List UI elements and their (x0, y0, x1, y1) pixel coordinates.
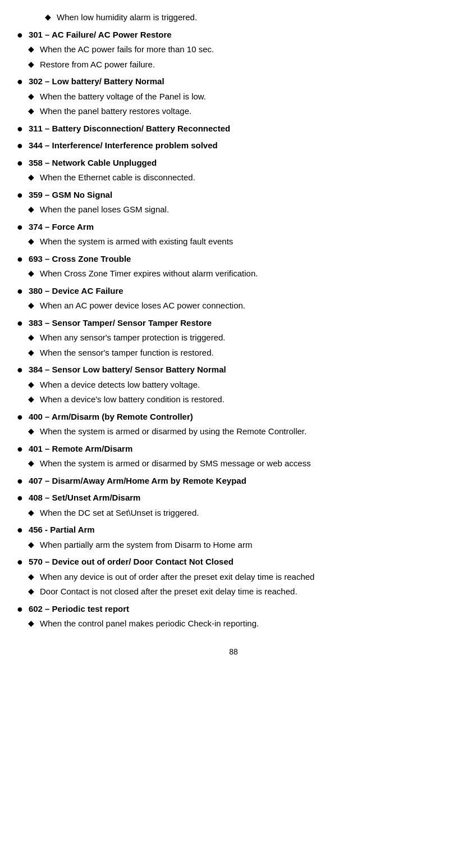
main-item-407: ●407 – Disarm/Away Arm/Home Arm by Remot… (17, 475, 450, 488)
diamond-bullet: ◆ (28, 237, 34, 246)
main-item-359: ●359 – GSM No Signal (17, 189, 450, 202)
sub-item: ◆When the Ethernet cable is disconnected… (17, 171, 450, 184)
main-item-label: 302 – Low battery/ Battery Normal (29, 75, 164, 88)
sub-item-text: When the sensor's tamper function is res… (40, 347, 214, 360)
sub-item: ◆When a device's low battery condition i… (17, 393, 450, 406)
main-item-401: ●401 – Remote Arm/Disarm (17, 443, 450, 456)
sub-item-text: When the DC set at Set\Unset is triggere… (40, 507, 199, 520)
sub-item-text: When the battery voltage of the Panel is… (40, 90, 206, 103)
sub-item-text: When a device's low battery condition is… (40, 393, 225, 406)
sub-item-text: Restore from AC power failure. (40, 58, 155, 71)
circle-bullet: ● (17, 524, 23, 536)
sub-item: ◆When a device detects low battery volta… (17, 379, 450, 392)
main-item-570: ●570 – Device out of order/ Door Contact… (17, 556, 450, 569)
sub-item-text: When any sensor's tamper protection is t… (40, 331, 226, 344)
circle-bullet: ● (17, 475, 23, 487)
main-item-408: ●408 – Set/Unset Arm/Disarm (17, 492, 450, 505)
sub-item-text: When the system is armed or disarmed by … (40, 425, 306, 438)
main-item-label: 570 – Device out of order/ Door Contact … (29, 556, 233, 569)
sub-item: ◆When any device is out of order after t… (17, 571, 450, 584)
diamond-bullet: ◆ (28, 106, 34, 115)
circle-bullet: ● (17, 29, 23, 41)
sub-item: ◆When any sensor's tamper protection is … (17, 331, 450, 344)
main-item-344: ●344 – Interference/ Interference proble… (17, 139, 450, 152)
diamond-bullet: ◆ (28, 204, 34, 213)
main-item-label: 380 – Device AC Failure (29, 285, 123, 298)
page-content: ◆ When low humidity alarm is triggered. … (17, 11, 450, 656)
sub-item: ◆When the DC set at Set\Unset is trigger… (17, 507, 450, 520)
main-item-label: 408 – Set/Unset Arm/Disarm (29, 492, 141, 505)
main-item-383: ●383 – Sensor Tamper/ Sensor Tamper Rest… (17, 317, 450, 330)
sub-item-text: When the system is armed or disarmed by … (40, 457, 311, 470)
sub-item-text: When partially arm the system from Disar… (40, 539, 252, 552)
circle-bullet: ● (17, 123, 23, 135)
intro-item: ◆ When low humidity alarm is triggered. (34, 11, 450, 24)
sub-item: ◆When the system is armed or disarmed by… (17, 457, 450, 470)
sub-item: ◆When the control panel makes periodic C… (17, 617, 450, 630)
main-item-384: ●384 – Sensor Low battery/ Sensor Batter… (17, 363, 450, 376)
diamond-bullet: ◆ (28, 44, 34, 53)
diamond-bullet: ◆ (45, 12, 51, 21)
sub-item-text: Door Contact is not closed after the pre… (40, 585, 297, 598)
circle-bullet: ● (17, 76, 23, 88)
diamond-bullet: ◆ (28, 572, 34, 581)
diamond-bullet: ◆ (28, 348, 34, 357)
diamond-bullet: ◆ (28, 269, 34, 278)
main-item-label: 383 – Sensor Tamper/ Sensor Tamper Resto… (29, 317, 212, 330)
diamond-bullet: ◆ (28, 587, 34, 596)
diamond-bullet: ◆ (28, 172, 34, 181)
diamond-bullet: ◆ (28, 394, 34, 403)
sub-item-text: When the panel loses GSM signal. (40, 203, 169, 216)
main-item-label: 358 – Network Cable Unplugged (29, 157, 157, 170)
sub-item: ◆Door Contact is not closed after the pr… (17, 585, 450, 598)
main-item-label: 602 – Periodic test report (29, 603, 129, 616)
sub-item-text: When the control panel makes periodic Ch… (40, 617, 259, 630)
circle-bullet: ● (17, 603, 23, 615)
main-item-label: 693 – Cross Zone Trouble (29, 253, 131, 266)
main-item-label: 359 – GSM No Signal (29, 189, 112, 202)
intro-text: When low humidity alarm is triggered. (57, 11, 197, 24)
main-item-label: 456 - Partial Arm (29, 524, 95, 537)
main-item-311: ●311 – Battery Disconnection/ Battery Re… (17, 122, 450, 135)
circle-bullet: ● (17, 285, 23, 297)
sub-item-text: When an AC power device loses AC power c… (40, 299, 245, 312)
circle-bullet: ● (17, 221, 23, 233)
sub-item: ◆When the sensor's tamper function is re… (17, 347, 450, 360)
circle-bullet: ● (17, 364, 23, 376)
diamond-bullet: ◆ (28, 458, 34, 467)
main-item-label: 384 – Sensor Low battery/ Sensor Battery… (29, 363, 226, 376)
circle-bullet: ● (17, 443, 23, 455)
circle-bullet: ● (17, 189, 23, 201)
circle-bullet: ● (17, 140, 23, 152)
page-number: 88 (17, 647, 450, 656)
circle-bullet: ● (17, 411, 23, 423)
sub-item: ◆Restore from AC power failure. (17, 58, 450, 71)
items-container: ●301 – AC Failure/ AC Power Restore◆When… (17, 29, 450, 630)
sub-item-text: When the AC power fails for more than 10… (40, 43, 214, 56)
diamond-bullet: ◆ (28, 333, 34, 342)
sub-item-text: When Cross Zone Timer expires without al… (40, 267, 258, 280)
sub-item: ◆When an AC power device loses AC power … (17, 299, 450, 312)
sub-item: ◆When the system is armed or disarmed by… (17, 425, 450, 438)
main-item-label: 401 – Remote Arm/Disarm (29, 443, 132, 456)
sub-item-text: When the Ethernet cable is disconnected. (40, 171, 195, 184)
sub-item: ◆When Cross Zone Timer expires without a… (17, 267, 450, 280)
main-item-374: ●374 – Force Arm (17, 221, 450, 234)
main-item-693: ●693 – Cross Zone Trouble (17, 253, 450, 266)
main-item-label: 301 – AC Failure/ AC Power Restore (29, 29, 172, 42)
diamond-bullet: ◆ (28, 426, 34, 435)
diamond-bullet: ◆ (28, 301, 34, 310)
sub-item: ◆When the panel battery restores voltage… (17, 105, 450, 118)
main-item-456: ●456 - Partial Arm (17, 524, 450, 537)
main-item-301: ●301 – AC Failure/ AC Power Restore (17, 29, 450, 42)
sub-item: ◆When the AC power fails for more than 1… (17, 43, 450, 56)
main-item-label: 344 – Interference/ Interference problem… (29, 139, 218, 152)
sub-item-text: When the system is armed with existing f… (40, 235, 233, 248)
circle-bullet: ● (17, 317, 23, 329)
circle-bullet: ● (17, 157, 23, 169)
main-item-label: 374 – Force Arm (29, 221, 94, 234)
main-item-302: ●302 – Low battery/ Battery Normal (17, 75, 450, 88)
sub-item-text: When a device detects low battery voltag… (40, 379, 200, 392)
diamond-bullet: ◆ (28, 92, 34, 101)
circle-bullet: ● (17, 492, 23, 504)
